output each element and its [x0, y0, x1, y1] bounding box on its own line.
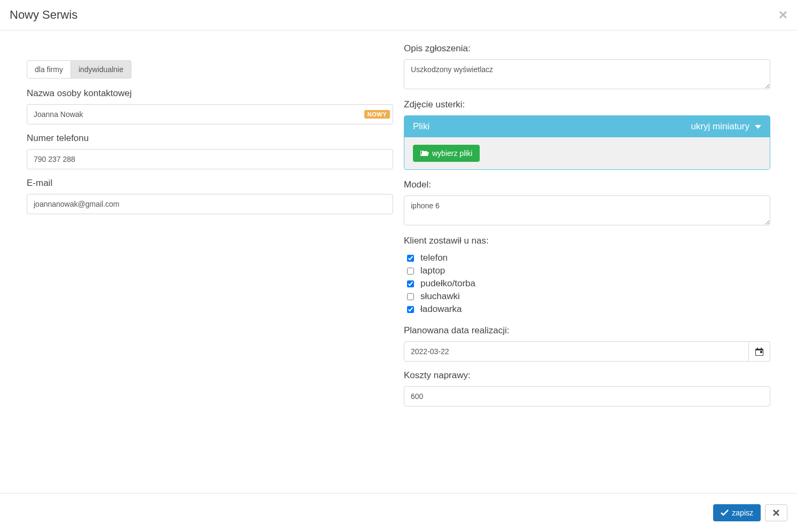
- checklist-label: laptop: [420, 265, 445, 276]
- checklist-checkbox[interactable]: [407, 306, 414, 313]
- checklist-checkbox[interactable]: [407, 280, 414, 287]
- checklist-item: słuchawki: [407, 290, 770, 303]
- phone-input[interactable]: [27, 149, 393, 169]
- column-right: Opis zgłoszenia: Zdjęcie usterki: Pliki …: [404, 43, 770, 477]
- modal-body: dla firmy indywidualnie Nazwa osoby kont…: [0, 30, 797, 493]
- svg-rect-2: [760, 351, 762, 353]
- save-button[interactable]: zapisz: [713, 504, 761, 521]
- description-label: Opis zgłoszenia:: [404, 43, 770, 54]
- chevron-down-icon: [755, 125, 761, 129]
- badge-new: NOWY: [364, 110, 390, 119]
- checklist-label: pudełko/torba: [420, 278, 475, 289]
- checklist-label: ładowarka: [420, 304, 462, 315]
- save-label: zapisz: [732, 508, 753, 517]
- file-panel-header: Pliki ukryj miniatury: [404, 116, 770, 137]
- tab-company[interactable]: dla firmy: [27, 60, 71, 79]
- checklist-label: telefon: [420, 253, 448, 263]
- checklist-checkbox[interactable]: [407, 255, 414, 262]
- contact-name-label: Nazwa osoby kontaktowej: [27, 88, 393, 99]
- close-icon[interactable]: ×: [779, 7, 787, 22]
- modal-new-service: Nowy Serwis × dla firmy indywidualnie Na…: [0, 0, 797, 532]
- checklist-item: laptop: [407, 264, 770, 277]
- modal-header: Nowy Serwis ×: [0, 0, 797, 30]
- svg-rect-3: [757, 348, 758, 350]
- check-icon: [721, 510, 729, 516]
- modal-title: Nowy Serwis: [10, 8, 77, 22]
- cost-input[interactable]: [404, 386, 770, 406]
- cost-label: Koszty naprawy:: [404, 370, 770, 381]
- phone-label: Numer telefonu: [27, 133, 393, 144]
- date-input[interactable]: [404, 341, 749, 362]
- file-panel-title: Pliki: [413, 121, 429, 132]
- checklist-item: pudełko/torba: [407, 277, 770, 290]
- model-label: Model:: [404, 179, 770, 190]
- checklist-checkbox[interactable]: [407, 268, 414, 275]
- file-upload-panel: Pliki ukryj miniatury wybierz pliki: [404, 115, 770, 170]
- svg-rect-4: [761, 348, 762, 350]
- email-input[interactable]: [27, 194, 393, 214]
- cancel-button[interactable]: [765, 504, 787, 521]
- file-panel-body: wybierz pliki: [404, 137, 770, 169]
- customer-type-tabs: dla firmy indywidualnie: [27, 60, 393, 79]
- toggle-thumbnails[interactable]: ukryj miniatury: [691, 121, 761, 132]
- checklist-item: telefon: [407, 252, 770, 264]
- model-textarea[interactable]: [404, 195, 770, 225]
- column-left: dla firmy indywidualnie Nazwa osoby kont…: [27, 43, 393, 477]
- calendar-icon: [755, 348, 763, 356]
- calendar-button[interactable]: [749, 341, 770, 362]
- date-label: Planowana data realizacji:: [404, 325, 770, 336]
- left-items-label: Klient zostawił u nas:: [404, 236, 770, 246]
- tab-individual[interactable]: indywidualnie: [71, 60, 131, 79]
- checklist-item: ładowarka: [407, 303, 770, 316]
- checklist-checkbox[interactable]: [407, 293, 414, 300]
- choose-files-button[interactable]: wybierz pliki: [413, 145, 480, 162]
- close-icon: [773, 510, 779, 516]
- description-textarea[interactable]: [404, 59, 770, 89]
- toggle-thumbnails-label: ukryj miniatury: [691, 121, 749, 132]
- modal-footer: zapisz: [0, 493, 797, 532]
- email-label: E-mail: [27, 178, 393, 189]
- items-checklist: telefonlaptoppudełko/torbasłuchawkiładow…: [404, 252, 770, 316]
- folder-open-icon: [420, 150, 429, 157]
- photo-label: Zdjęcie usterki:: [404, 99, 770, 110]
- contact-name-input[interactable]: [27, 104, 393, 124]
- checklist-label: słuchawki: [420, 291, 460, 302]
- choose-files-label: wybierz pliki: [432, 149, 472, 158]
